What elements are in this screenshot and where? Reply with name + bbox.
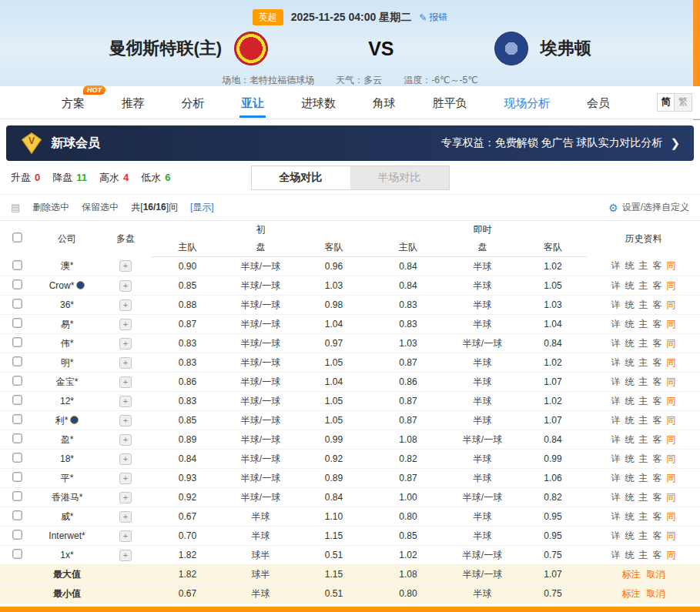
keep-selected-button[interactable]: 保留选中 (82, 201, 119, 214)
multi-odds-button[interactable]: + (119, 511, 132, 523)
history-link-detail[interactable]: 详 (611, 338, 621, 349)
multi-odds-button[interactable]: + (119, 260, 132, 272)
history-link-away[interactable]: 客 (653, 376, 662, 387)
multi-odds-button[interactable]: + (119, 357, 132, 369)
history-link-stats[interactable]: 统 (625, 415, 635, 426)
nav-tab-5[interactable]: 进球数 (300, 88, 337, 118)
history-link-stats[interactable]: 统 (625, 492, 635, 503)
history-link-away[interactable]: 客 (653, 550, 662, 560)
nav-tab-1[interactable]: 方案HOT (60, 88, 86, 118)
history-link-detail[interactable]: 详 (611, 453, 621, 464)
history-link-same[interactable]: 同 (667, 415, 676, 426)
history-link-away[interactable]: 客 (653, 434, 662, 445)
history-link-same[interactable]: 同 (667, 396, 676, 406)
history-link-detail[interactable]: 详 (611, 396, 621, 406)
history-link-home[interactable]: 主 (639, 473, 648, 483)
row-checkbox[interactable] (12, 491, 22, 500)
nav-tab-9[interactable]: 会员 (585, 88, 611, 118)
history-link-home[interactable]: 主 (639, 376, 648, 387)
history-link-away[interactable]: 客 (653, 530, 662, 541)
multi-odds-button[interactable]: + (119, 453, 132, 465)
history-link-detail[interactable]: 详 (611, 319, 621, 329)
history-link-home[interactable]: 主 (639, 434, 648, 445)
row-checkbox[interactable] (12, 279, 22, 289)
history-link-detail[interactable]: 详 (611, 376, 621, 387)
multi-odds-button[interactable]: + (119, 299, 132, 311)
row-checkbox[interactable] (12, 395, 22, 404)
lang-traditional-button[interactable]: 繁 (675, 94, 692, 111)
history-link-away[interactable]: 客 (653, 453, 662, 464)
vip-promo-banner[interactable]: V 新球会员 专享权益：免费解锁 免广告 球队实力对比分析 ❯ (6, 125, 694, 161)
mark-link[interactable]: 标注 (622, 569, 641, 580)
history-link-home[interactable]: 主 (639, 550, 648, 560)
cancel-link[interactable]: 取消 (647, 588, 665, 599)
history-link-stats[interactable]: 统 (625, 376, 635, 387)
history-link-detail[interactable]: 详 (611, 473, 621, 483)
history-link-home[interactable]: 主 (639, 338, 648, 349)
history-link-detail[interactable]: 详 (611, 434, 621, 445)
history-link-detail[interactable]: 详 (611, 260, 621, 271)
history-link-same[interactable]: 同 (667, 319, 676, 329)
history-link-stats[interactable]: 统 (625, 357, 635, 368)
history-link-same[interactable]: 同 (667, 492, 676, 503)
history-link-away[interactable]: 客 (653, 511, 662, 522)
history-link-same[interactable]: 同 (667, 550, 676, 560)
history-link-detail[interactable]: 详 (611, 299, 621, 310)
row-checkbox[interactable] (12, 376, 22, 385)
history-link-detail[interactable]: 详 (611, 511, 621, 522)
history-link-home[interactable]: 主 (639, 530, 648, 541)
history-link-stats[interactable]: 统 (625, 453, 635, 464)
history-link-away[interactable]: 客 (653, 415, 662, 426)
history-link-detail[interactable]: 详 (611, 280, 621, 291)
history-link-same[interactable]: 同 (667, 511, 676, 522)
report-error-link[interactable]: ✎ 报错 (419, 11, 447, 24)
select-all-checkbox[interactable] (12, 233, 22, 242)
multi-odds-button[interactable]: + (119, 530, 132, 542)
history-link-stats[interactable]: 统 (625, 434, 635, 445)
nav-tab-4[interactable]: 亚让 (239, 88, 266, 118)
history-link-away[interactable]: 客 (653, 260, 662, 271)
history-link-same[interactable]: 同 (667, 376, 676, 387)
history-link-away[interactable]: 客 (653, 280, 662, 291)
history-link-stats[interactable]: 统 (625, 319, 635, 329)
row-checkbox[interactable] (12, 530, 22, 539)
multi-odds-button[interactable]: + (119, 434, 132, 446)
filter-up[interactable]: 升盘 0 (11, 171, 40, 185)
history-link-home[interactable]: 主 (639, 299, 648, 310)
row-checkbox[interactable] (12, 414, 22, 423)
history-link-same[interactable]: 同 (667, 453, 676, 464)
multi-odds-button[interactable]: + (119, 550, 132, 561)
mark-link[interactable]: 标注 (622, 588, 641, 599)
nav-tab-8[interactable]: 现场分析 (502, 88, 551, 118)
row-checkbox[interactable] (12, 549, 22, 558)
row-checkbox[interactable] (12, 356, 22, 366)
nav-tab-6[interactable]: 角球 (371, 88, 397, 118)
show-link[interactable]: [显示] (190, 201, 214, 214)
history-link-away[interactable]: 客 (653, 299, 662, 310)
history-link-stats[interactable]: 统 (625, 530, 635, 541)
history-link-stats[interactable]: 统 (625, 338, 635, 349)
history-link-stats[interactable]: 统 (625, 511, 635, 522)
history-link-home[interactable]: 主 (639, 415, 648, 426)
history-link-detail[interactable]: 详 (611, 550, 621, 560)
multi-odds-button[interactable]: + (119, 492, 132, 503)
cancel-link[interactable]: 取消 (647, 569, 665, 580)
row-checkbox[interactable] (12, 433, 22, 443)
history-link-away[interactable]: 客 (653, 357, 662, 368)
history-link-home[interactable]: 主 (639, 280, 648, 291)
filter-down[interactable]: 降盘 11 (52, 171, 87, 185)
history-link-home[interactable]: 主 (639, 357, 648, 368)
history-link-stats[interactable]: 统 (625, 473, 635, 483)
settings-customize-button[interactable]: ⚙ 设置/选择自定义 (608, 201, 689, 214)
row-checkbox[interactable] (12, 318, 22, 327)
history-link-home[interactable]: 主 (639, 453, 648, 464)
history-link-stats[interactable]: 统 (625, 550, 635, 560)
history-link-away[interactable]: 客 (653, 492, 662, 503)
nav-tab-7[interactable]: 胜平负 (431, 88, 469, 118)
history-link-stats[interactable]: 统 (625, 280, 635, 291)
history-link-same[interactable]: 同 (667, 280, 676, 291)
history-link-same[interactable]: 同 (667, 260, 676, 271)
lang-simplified-button[interactable]: 简 (658, 94, 675, 111)
delete-selected-button[interactable]: 删除选中 (32, 201, 69, 214)
history-link-home[interactable]: 主 (639, 260, 648, 271)
